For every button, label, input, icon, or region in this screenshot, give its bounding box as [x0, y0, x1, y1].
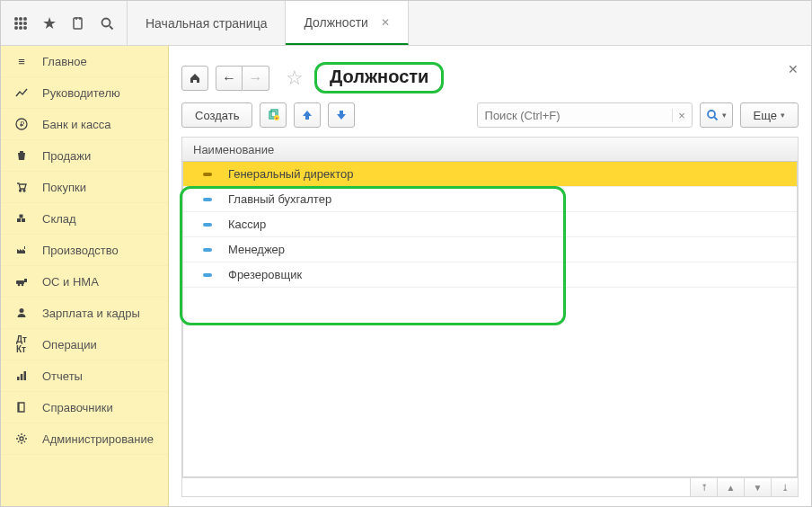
svg-point-14	[20, 190, 22, 191]
home-button[interactable]	[181, 66, 208, 91]
svg-point-5	[23, 22, 27, 25]
search-icon[interactable]	[93, 9, 121, 38]
sidebar-item-purchases[interactable]: Покупки	[1, 172, 168, 203]
sidebar-item-assets[interactable]: ОС и НМА	[1, 266, 168, 298]
sidebar: ≡ Главное Руководителю ₽ Банк и касса Пр	[1, 46, 169, 506]
pager-bar: ⤒ ▲ ▼ ⤓	[181, 477, 799, 497]
row-bullet-icon	[203, 248, 212, 252]
move-up-button[interactable]	[294, 102, 321, 128]
main-icon: ≡	[13, 53, 30, 69]
svg-rect-25	[21, 374, 23, 380]
history-icon[interactable]	[64, 9, 93, 38]
svg-point-32	[708, 111, 715, 118]
back-button[interactable]: ←	[216, 66, 243, 91]
svg-rect-24	[17, 377, 20, 380]
search-clear-icon[interactable]: ×	[672, 109, 692, 122]
sidebar-item-bank[interactable]: ₽ Банк и касса	[1, 109, 168, 140]
favorite-outline-icon[interactable]: ☆	[286, 67, 304, 90]
move-down-button[interactable]	[328, 102, 355, 128]
favorite-star-icon[interactable]: ★	[35, 9, 64, 38]
content-header: ← → ☆ Должности	[181, 62, 799, 93]
table-row[interactable]: Кассир	[183, 212, 797, 237]
tab-positions-label: Должности	[304, 15, 367, 30]
table-area: Генеральный директор Главный бухгалтер К…	[181, 162, 799, 477]
sidebar-item-warehouse[interactable]: Склад	[1, 203, 168, 235]
sidebar-item-catalogs[interactable]: Справочники	[1, 392, 168, 423]
operations-icon: ДтКт	[13, 336, 30, 352]
sidebar-item-label: Отчеты	[42, 369, 83, 383]
svg-rect-22	[24, 279, 27, 282]
sidebar-item-reports[interactable]: Отчеты	[1, 360, 168, 392]
sidebar-item-salary[interactable]: Зарплата и кадры	[1, 298, 168, 329]
pager-last-icon[interactable]: ⤓	[771, 478, 798, 496]
row-label: Менеджер	[228, 243, 285, 256]
close-icon[interactable]: ✕	[788, 62, 799, 76]
production-icon	[13, 242, 30, 258]
search-input[interactable]	[478, 109, 672, 122]
sidebar-item-production[interactable]: Производство	[1, 235, 168, 266]
pager-first-icon[interactable]: ⤒	[690, 478, 717, 496]
row-label: Кассир	[228, 218, 266, 231]
sidebar-item-admin[interactable]: Администрирование	[1, 423, 168, 455]
row-label: Генеральный директор	[228, 167, 353, 181]
sidebar-item-label: Главное	[42, 55, 87, 68]
sidebar-item-sales[interactable]: Продажи	[1, 140, 168, 172]
svg-point-0	[14, 17, 18, 21]
svg-point-7	[19, 26, 22, 30]
more-button-label: Еще	[754, 109, 777, 122]
sidebar-item-label: Операции	[42, 338, 97, 351]
svg-text:₽: ₽	[20, 120, 24, 129]
sidebar-item-manager[interactable]: Руководителю	[1, 77, 168, 109]
warehouse-icon	[13, 210, 30, 227]
sales-icon	[13, 147, 30, 164]
table-row[interactable]: Фрезеровщик	[183, 262, 797, 288]
sidebar-item-operations[interactable]: ДтКт Операции	[1, 329, 168, 360]
row-label: Главный бухгалтер	[228, 192, 331, 206]
more-button[interactable]: Еще	[740, 102, 799, 128]
table-row[interactable]: Главный бухгалтер	[183, 187, 797, 212]
pager-up-icon[interactable]: ▲	[717, 478, 744, 496]
top-icon-group: ★	[1, 1, 128, 45]
sidebar-item-label: Администрирование	[42, 432, 154, 446]
copy-button[interactable]: +	[260, 102, 287, 128]
table-column-header[interactable]: Наименование	[181, 137, 799, 162]
sidebar-item-label: ОС и НМА	[42, 275, 99, 289]
salary-icon	[13, 305, 30, 321]
svg-text:+: +	[276, 115, 278, 120]
create-button[interactable]: Создать	[181, 102, 252, 128]
search-field: ×	[477, 102, 693, 128]
sidebar-item-main[interactable]: ≡ Главное	[1, 46, 168, 77]
apps-icon[interactable]	[6, 9, 35, 38]
tab-home[interactable]: Начальная страница	[128, 1, 286, 45]
table-row[interactable]: Генеральный директор	[183, 162, 797, 187]
search-menu-button[interactable]	[700, 102, 733, 128]
sidebar-item-label: Продажи	[42, 149, 91, 163]
svg-point-6	[14, 26, 18, 30]
tab-positions[interactable]: Должности ✕	[286, 1, 408, 45]
column-name-label: Наименование	[193, 143, 274, 156]
svg-point-21	[22, 284, 24, 287]
sidebar-item-label: Зарплата и кадры	[42, 307, 140, 320]
tab-close-icon[interactable]: ✕	[381, 16, 390, 29]
svg-point-2	[23, 17, 27, 21]
reports-icon	[13, 368, 30, 384]
svg-point-1	[19, 17, 22, 21]
table-row[interactable]: Менеджер	[183, 237, 797, 262]
svg-point-4	[19, 22, 22, 25]
table-body: Генеральный директор Главный бухгалтер К…	[182, 162, 798, 476]
row-bullet-icon	[203, 173, 212, 176]
svg-point-3	[14, 22, 18, 25]
catalogs-icon	[13, 399, 30, 415]
forward-button[interactable]: →	[243, 66, 269, 91]
page-title-highlight: Должности	[314, 62, 444, 93]
assets-icon	[13, 273, 30, 289]
svg-rect-26	[24, 371, 27, 380]
svg-rect-17	[22, 218, 25, 222]
tab-home-label: Начальная страница	[146, 16, 267, 31]
pager-down-icon[interactable]: ▼	[744, 478, 771, 496]
svg-rect-18	[20, 215, 23, 218]
svg-line-11	[110, 26, 113, 30]
purchases-icon	[13, 179, 30, 195]
sidebar-item-label: Банк и касса	[42, 118, 111, 131]
row-bullet-icon	[203, 273, 212, 277]
